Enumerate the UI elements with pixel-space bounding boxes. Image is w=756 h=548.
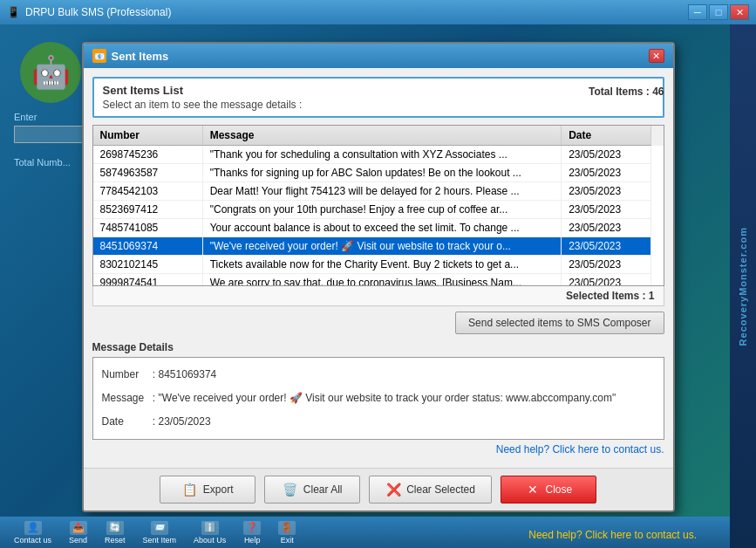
number-label: Number xyxy=(102,366,150,383)
table-body: 2698745236"Thank you for scheduling a co… xyxy=(93,146,664,286)
number-colon: : xyxy=(153,368,159,380)
message-value: "We've received your order! 🚀 Visit our … xyxy=(159,390,616,407)
cell-number: 7485741085 xyxy=(93,219,203,237)
cell-number: 9999874541 xyxy=(93,274,203,286)
cell-message: "We've received your order! 🚀 Visit our … xyxy=(202,237,561,256)
table-header-row: Number Message Date xyxy=(93,126,664,146)
bottom-bar: 👤 Contact us 📤 Send 🔄 Reset 📨 Sent Item … xyxy=(0,517,730,548)
title-bar: 📱 DRPU Bulk SMS (Professional) ─ □ ✕ xyxy=(0,0,756,24)
sent-item-label: Sent Item xyxy=(143,536,177,545)
cell-date: 23/05/2023 xyxy=(562,237,651,256)
col-message: Message xyxy=(202,126,561,146)
col-date: Date xyxy=(562,126,651,146)
cell-number: 8523697412 xyxy=(93,201,203,219)
sent-item-button[interactable]: 📨 Sent Item xyxy=(136,519,184,546)
table-row[interactable]: 8451069374"We've received your order! 🚀 … xyxy=(93,237,664,256)
cell-number: 7784542103 xyxy=(93,182,203,201)
cell-message: We are sorry to say that, due to coronav… xyxy=(202,274,561,286)
exit-button[interactable]: 🚪 Exit xyxy=(271,519,303,546)
selected-items-row: Selected Items : 1 xyxy=(92,286,664,306)
export-button[interactable]: 📋 Export xyxy=(160,476,255,503)
cell-date: 23/05/2023 xyxy=(562,274,651,286)
maximize-button[interactable]: □ xyxy=(709,4,728,20)
sent-items-table: Number Message Date 2698745236"Thank you… xyxy=(93,126,664,285)
close-icon: ✕ xyxy=(525,483,541,497)
clear-all-label: Clear All xyxy=(303,483,343,496)
help-link[interactable]: Need help? Click here to contact us. xyxy=(92,440,664,459)
send-bottom-label: Send xyxy=(69,536,87,545)
table-row[interactable]: 8523697412"Congrats on your 10th purchas… xyxy=(93,201,664,219)
close-button[interactable]: ✕ Close xyxy=(501,476,596,503)
date-value: 23/05/2023 xyxy=(159,415,211,428)
exit-label: Exit xyxy=(281,536,294,545)
app-title: DRPU Bulk SMS (Professional) xyxy=(25,6,171,18)
exit-icon: 🚪 xyxy=(278,521,296,535)
export-icon: 📋 xyxy=(182,483,198,497)
date-colon: : xyxy=(153,415,159,428)
col-number: Number xyxy=(93,126,203,146)
reset-icon: 🔄 xyxy=(106,521,124,535)
minimize-button[interactable]: ─ xyxy=(688,4,707,20)
recovery-sidebar-text: RecoveryMonster.com xyxy=(738,227,748,346)
cell-number: 2698745236 xyxy=(93,146,203,164)
table-scroll[interactable]: Number Message Date 2698745236"Thank you… xyxy=(93,126,664,285)
cell-date: 23/05/2023 xyxy=(562,201,651,219)
send-to-composer-button[interactable]: Send selected items to SMS Composer xyxy=(455,312,664,334)
selected-items-count: Selected Items : 1 xyxy=(566,290,654,302)
bottom-buttons: 📋 Export 🗑️ Clear All ❌ Clear Selected ✕… xyxy=(84,468,673,510)
table-row[interactable]: 8302102145Tickets available now for the … xyxy=(93,256,664,274)
date-label: Date xyxy=(102,414,150,430)
contact-us-icon: 👤 xyxy=(24,521,42,535)
recovery-sidebar: RecoveryMonster.com xyxy=(730,24,756,548)
message-colon: : xyxy=(153,392,159,404)
sent-items-list-title: Sent Items List xyxy=(103,84,654,97)
title-bar-controls: ─ □ ✕ xyxy=(688,4,749,20)
table-container: Number Message Date 2698745236"Thank you… xyxy=(92,125,664,286)
dialog-title-icon: 📧 xyxy=(92,49,106,63)
clear-all-button[interactable]: 🗑️ Clear All xyxy=(264,476,360,503)
clear-selected-label: Clear Selected xyxy=(406,483,475,496)
app-help-link[interactable]: Need help? Click here to contact us. xyxy=(528,529,697,541)
number-value: 8451069374 xyxy=(159,368,217,380)
table-row[interactable]: 7784542103Dear Matt! Your flight 754123 … xyxy=(93,182,664,201)
app-close-button[interactable]: ✕ xyxy=(730,4,749,20)
sent-items-subtitle: Select an item to see the message detail… xyxy=(103,99,654,111)
export-label: Export xyxy=(203,483,234,496)
sent-items-header: Sent Items List Select an item to see th… xyxy=(92,77,664,118)
detail-number-line: Number : 8451069374 xyxy=(102,366,655,383)
app-body: 🤖 Enter Total Numb... 📧 Sent Items ✕ Sen xyxy=(0,24,756,548)
reset-label: Reset xyxy=(105,536,126,545)
table-row[interactable]: 5874963587"Thanks for signing up for ABC… xyxy=(93,164,664,182)
reset-button[interactable]: 🔄 Reset xyxy=(98,519,133,546)
dialog-title: Sent Items xyxy=(112,50,169,63)
clear-selected-button[interactable]: ❌ Clear Selected xyxy=(369,476,492,503)
send-bottom-icon: 📤 xyxy=(70,521,87,535)
dialog-overlay: 📧 Sent Items ✕ Sent Items List Select an… xyxy=(0,24,756,548)
cell-number: 5874963587 xyxy=(93,164,203,182)
total-items-label: Total Items : 46 xyxy=(589,86,664,98)
detail-message-line: Message : "We've received your order! 🚀 … xyxy=(102,390,655,407)
dialog-title-bar: 📧 Sent Items ✕ xyxy=(84,44,673,68)
cell-date: 23/05/2023 xyxy=(562,219,651,237)
contact-us-button[interactable]: 👤 Contact us xyxy=(7,519,58,546)
dialog-title-left: 📧 Sent Items xyxy=(92,49,169,63)
cell-date: 23/05/2023 xyxy=(562,146,651,164)
help-bottom-button[interactable]: ❓ Help xyxy=(236,519,268,546)
about-us-button[interactable]: ℹ️ About Us xyxy=(187,519,233,546)
contact-us-label: Contact us xyxy=(14,536,51,545)
cell-message: "Congrats on your 10th purchase! Enjoy a… xyxy=(202,201,561,219)
message-details-box: Number : 8451069374 Message : "We've rec… xyxy=(92,357,664,440)
cell-date: 23/05/2023 xyxy=(562,164,651,182)
about-us-label: About Us xyxy=(194,536,226,545)
dialog-close-button[interactable]: ✕ xyxy=(649,49,664,63)
table-row[interactable]: 2698745236"Thank you for scheduling a co… xyxy=(93,146,664,164)
cell-number: 8451069374 xyxy=(93,237,203,256)
table-row[interactable]: 7485741085Your account balance is about … xyxy=(93,219,664,237)
cell-message: "Thank you for scheduling a consultation… xyxy=(202,146,561,164)
table-row[interactable]: 9999874541We are sorry to say that, due … xyxy=(93,274,664,286)
about-us-icon: ℹ️ xyxy=(201,521,219,535)
cell-date: 23/05/2023 xyxy=(562,182,651,201)
clear-all-icon: 🗑️ xyxy=(283,483,298,497)
message-label: Message xyxy=(102,390,150,407)
send-bottom-button[interactable]: 📤 Send xyxy=(62,519,94,546)
